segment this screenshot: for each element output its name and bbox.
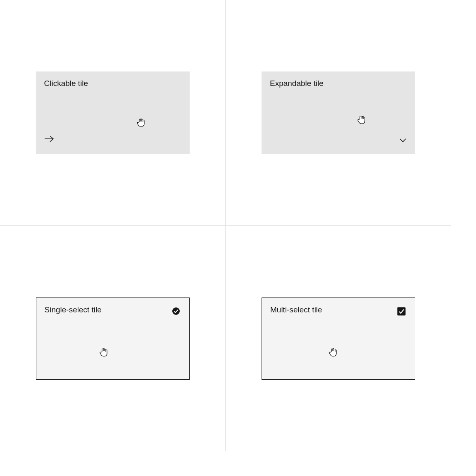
arrow-right-icon <box>44 135 54 145</box>
cell-single-select: Single-select tile <box>0 226 226 451</box>
single-select-tile[interactable]: Single-select tile <box>36 298 190 380</box>
tile-title: Multi-select tile <box>270 305 407 314</box>
svg-rect-2 <box>397 307 406 315</box>
expandable-tile[interactable]: Expandable tile <box>262 71 415 154</box>
clickable-tile[interactable]: Clickable tile <box>36 71 190 154</box>
svg-point-1 <box>172 307 180 315</box>
cell-multi-select: Multi-select tile <box>226 226 451 451</box>
cell-expandable: Expandable tile <box>226 0 451 226</box>
tile-examples-grid: Clickable tile Expandable tile <box>0 0 451 451</box>
multi-select-tile[interactable]: Multi-select tile <box>262 298 415 380</box>
checkbox-checked-icon <box>397 307 406 318</box>
tile-title: Single-select tile <box>45 305 181 314</box>
cell-clickable: Clickable tile <box>0 0 226 226</box>
tile-title: Expandable tile <box>270 79 407 88</box>
checkmark-filled-circle-icon <box>172 307 180 317</box>
chevron-down-icon <box>400 136 406 145</box>
tile-title: Clickable tile <box>44 79 181 88</box>
